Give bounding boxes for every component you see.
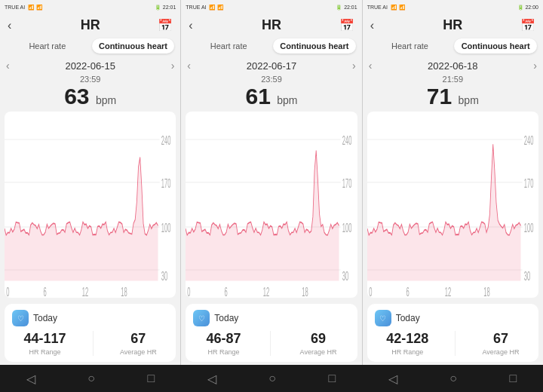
summary-divider — [93, 331, 94, 356]
tab-row: Heart rateContinuous heart — [363, 35, 543, 57]
prev-date[interactable]: ‹ — [6, 60, 10, 72]
summary-divider — [270, 331, 271, 356]
next-date[interactable]: › — [171, 60, 175, 72]
next-date[interactable]: › — [533, 60, 537, 72]
summary-card: ♡ Today 44-117 HR Range 67 Average HR — [5, 304, 176, 362]
svg-text:170: 170 — [161, 177, 171, 191]
svg-text:30: 30 — [523, 270, 530, 283]
home-icon[interactable]: ○ — [87, 372, 95, 385]
tab-1[interactable]: Continuous heart — [454, 38, 537, 54]
avg-hr-col: 69 Average HR — [300, 331, 337, 356]
recents-icon-3[interactable]: □ — [510, 372, 517, 385]
svg-text:12: 12 — [444, 286, 451, 298]
svg-text:18: 18 — [302, 286, 309, 298]
date-nav: ‹ 2022-06-15 › — [0, 57, 180, 75]
svg-text:240: 240 — [161, 134, 171, 148]
summary-values: 44-117 HR Range 67 Average HR — [12, 331, 168, 356]
hr-range-col: 44-117 HR Range — [24, 331, 66, 356]
time-display: 23:59 — [181, 75, 361, 84]
home-icon-2[interactable]: ○ — [268, 372, 276, 385]
svg-text:170: 170 — [523, 177, 533, 191]
back-icon-3[interactable]: ◁ — [388, 372, 397, 386]
screen-1: TRUE AI 📶 📶 🔋 22:01 ‹ HR 📅 Heart rateCon… — [0, 0, 180, 365]
svg-text:0: 0 — [187, 286, 190, 298]
bpm-unit: bpm — [459, 94, 479, 106]
tab-0[interactable]: Heart rate — [369, 38, 452, 54]
next-date[interactable]: › — [352, 60, 356, 72]
summary-header: ♡ Today — [12, 310, 168, 326]
bpm-unit: bpm — [96, 94, 116, 106]
chart-svg: 240 170 100 30 0 6 12 18 — [367, 112, 538, 298]
chart-area: 240 170 100 30 0 6 12 18 — [5, 112, 176, 298]
svg-text:30: 30 — [161, 270, 168, 283]
summary-divider — [455, 331, 456, 356]
date-nav: ‹ 2022-06-18 › — [363, 57, 543, 75]
svg-text:6: 6 — [225, 286, 228, 298]
nav-bar: ◁ ○ □ ◁ ○ □ ◁ ○ □ — [0, 365, 543, 392]
bpm-display: 71 bpm — [363, 84, 543, 109]
status-bar: TRUE AI 📶 📶 🔋 22:01 — [181, 0, 361, 15]
tab-0[interactable]: Heart rate — [187, 38, 270, 54]
home-icon-3[interactable]: ○ — [449, 372, 457, 385]
back-icon-2[interactable]: ◁ — [207, 372, 216, 386]
top-bar: ‹ HR 📅 — [181, 15, 361, 35]
hr-range-label: HR Range — [208, 348, 240, 356]
calendar-icon[interactable]: 📅 — [158, 18, 173, 32]
back-button[interactable]: ‹ — [370, 19, 374, 32]
svg-text:30: 30 — [342, 270, 349, 283]
back-icon[interactable]: ◁ — [26, 372, 35, 386]
calendar-icon[interactable]: 📅 — [339, 18, 354, 32]
avg-hr-label: Average HR — [120, 348, 157, 356]
avg-hr-label: Average HR — [300, 348, 337, 356]
svg-text:12: 12 — [263, 286, 270, 298]
recents-icon[interactable]: □ — [148, 372, 155, 385]
recents-icon-2[interactable]: □ — [329, 372, 336, 385]
summary-card: ♡ Today 42-128 HR Range 67 Average HR — [367, 304, 538, 362]
heart-icon: ♡ — [193, 310, 210, 326]
status-left: TRUE AI 📶 📶 — [367, 5, 406, 11]
status-left: TRUE AI 📶 📶 — [186, 5, 224, 11]
screens-container: TRUE AI 📶 📶 🔋 22:01 ‹ HR 📅 Heart rateCon… — [0, 0, 543, 365]
tab-1[interactable]: Continuous heart — [92, 38, 175, 54]
svg-text:170: 170 — [342, 177, 352, 191]
tab-0[interactable]: Heart rate — [6, 38, 89, 54]
svg-text:18: 18 — [483, 286, 490, 298]
hr-range-col: 42-128 HR Range — [386, 331, 428, 356]
back-button[interactable]: ‹ — [189, 19, 192, 32]
date-display: 2022-06-17 — [247, 60, 297, 72]
svg-text:0: 0 — [6, 286, 9, 298]
chart-svg: 240 170 100 30 0 6 12 18 — [186, 112, 357, 298]
summary-card: ♡ Today 46-87 HR Range 69 Average HR — [186, 304, 357, 362]
status-right: 🔋 22:01 — [155, 5, 176, 11]
date-nav: ‹ 2022-06-17 › — [181, 57, 361, 75]
avg-hr-col: 67 Average HR — [483, 331, 520, 356]
tab-1[interactable]: Continuous heart — [273, 38, 356, 54]
svg-text:100: 100 — [161, 222, 171, 235]
page-title: HR — [443, 17, 462, 33]
calendar-icon[interactable]: 📅 — [520, 18, 535, 32]
avg-hr-value: 69 — [311, 331, 326, 347]
hr-range-label: HR Range — [29, 348, 61, 356]
chart-svg: 240 170 100 30 0 6 12 18 — [5, 112, 176, 298]
heart-icon: ♡ — [12, 310, 29, 326]
hr-range-value: 44-117 — [24, 331, 66, 347]
page-title: HR — [262, 17, 281, 33]
hr-range-col: 46-87 HR Range — [207, 331, 241, 356]
hr-range-value: 42-128 — [386, 331, 428, 347]
avg-hr-label: Average HR — [483, 348, 520, 356]
svg-text:6: 6 — [406, 286, 409, 298]
svg-text:240: 240 — [342, 134, 352, 148]
date-display: 2022-06-15 — [65, 60, 115, 72]
prev-date[interactable]: ‹ — [187, 60, 191, 72]
status-right: 🔋 22:01 — [336, 5, 357, 11]
tab-row: Heart rateContinuous heart — [0, 35, 180, 57]
status-left: TRUE AI 📶 📶 — [5, 5, 43, 11]
svg-text:100: 100 — [523, 222, 533, 235]
svg-text:240: 240 — [523, 134, 533, 148]
svg-text:12: 12 — [82, 286, 89, 298]
avg-hr-col: 67 Average HR — [120, 331, 157, 356]
chart-area: 240 170 100 30 0 6 12 18 — [367, 112, 538, 298]
back-button[interactable]: ‹ — [8, 19, 11, 32]
summary-values: 42-128 HR Range 67 Average HR — [375, 331, 531, 356]
prev-date[interactable]: ‹ — [369, 60, 373, 72]
